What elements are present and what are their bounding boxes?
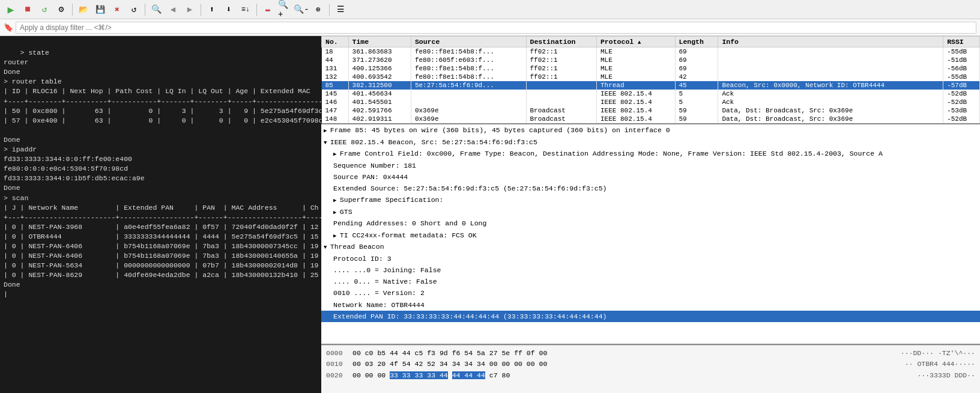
restart-capture-button[interactable]: ↺ — [37, 2, 52, 17]
open-file-button[interactable]: 📂 — [76, 2, 91, 17]
table-row[interactable]: 131400.125366fe80::f8e1:54b8:f...ff02::1… — [322, 64, 980, 73]
main-content: > state router Done > router table | ID … — [0, 36, 980, 393]
autoscroll-button[interactable]: ≡↓ — [238, 2, 253, 17]
detail-item[interactable]: GTS — [321, 206, 980, 218]
hex-bytes: 00 00 00 33 33 33 33 44 44 44 44 c7 80 — [352, 370, 912, 381]
wireshark-panel: No. Time Source Destination Protocol ▲ L… — [321, 36, 980, 393]
detail-item[interactable]: Extended Source: 5e:27:5a:54:f6:9d:f3:c5… — [321, 183, 980, 194]
detail-item[interactable]: IEEE 802.15.4 Beacon, Src: 5e:27:5a:54:f… — [321, 136, 980, 148]
toolbar-sep-3 — [201, 4, 201, 16]
hex-ascii: ·· OTBR4 444····· — [905, 359, 975, 370]
detail-item[interactable]: Superframe Specification: — [321, 194, 980, 206]
detail-item[interactable]: Source PAN: 0x4444 — [321, 171, 980, 183]
toolbar-sep-2 — [145, 4, 145, 16]
toolbar-sep-1 — [72, 4, 73, 16]
selected-detail-item[interactable]: Extended PAN ID: 33:33:33:33:44:44:44:44… — [321, 311, 980, 322]
table-row[interactable]: 44371.273620fe80::605f:e603:f...ff02::1M… — [322, 56, 980, 64]
hex-offset: 0020 — [326, 370, 348, 381]
capture-options-button[interactable]: ⚙ — [54, 2, 68, 17]
hex-row: 002000 00 00 33 33 33 33 44 44 44 44 c7 … — [326, 370, 975, 381]
start-capture-button[interactable]: ▶ — [4, 2, 18, 17]
scroll-up-button[interactable]: ⬆ — [205, 2, 219, 17]
detail-item[interactable]: .... ...0 = Joining: False — [321, 264, 980, 276]
terminal-content: > state router Done > router table | ID … — [4, 49, 321, 298]
toolbar: ▶ ■ ↺ ⚙ 📂 💾 ✖ ↺ 🔍 ◀ ▶ ⬆ ⬇ ≡↓ ▬ 🔍+ 🔍- ⊕ ☰ — [0, 0, 980, 19]
col-no[interactable]: No. — [322, 37, 349, 47]
save-file-button[interactable]: 💾 — [93, 2, 107, 17]
detail-item[interactable]: Thread Beacon — [321, 241, 980, 253]
hex-bytes: 00 03 20 4f 54 42 52 34 34 34 34 00 00 0… — [352, 359, 900, 370]
zoom-in-button[interactable]: 🔍+ — [277, 2, 292, 17]
table-row[interactable]: 148402.9193110x369eBroadcastIEEE 802.15.… — [322, 115, 980, 123]
detail-item[interactable]: Sequence Number: 181 — [321, 160, 980, 171]
packet-detail[interactable]: Frame 85: 45 bytes on wire (360 bits), 4… — [321, 124, 980, 345]
col-destination[interactable]: Destination — [526, 37, 596, 47]
hex-row: 000000 c0 b5 44 44 c5 f3 9d f6 54 5a 27 … — [326, 348, 975, 359]
hex-highlight: 44 44 44 — [452, 371, 485, 379]
col-source[interactable]: Source — [411, 37, 526, 47]
go-back-button[interactable]: ◀ — [166, 2, 180, 17]
colorize-button[interactable]: ▬ — [261, 2, 275, 17]
zoom-reset-button[interactable]: ⊕ — [311, 2, 325, 17]
toolbar-sep-5 — [329, 4, 330, 16]
col-rssi[interactable]: RSSI — [943, 37, 980, 47]
terminal-panel[interactable]: > state router Done > router table | ID … — [0, 36, 321, 393]
scroll-down-button[interactable]: ⬇ — [222, 2, 236, 17]
table-row[interactable]: 147402.5917660x369eBroadcastIEEE 802.15.… — [322, 106, 980, 115]
hex-highlight: 33 33 33 33 44 — [390, 371, 448, 379]
table-row[interactable]: 85382.3125005e:27:5a:54:f6:9d...Thread45… — [322, 81, 980, 90]
detail-item[interactable]: TI CC24xx-format metadata: FCS OK — [321, 230, 980, 242]
packet-tbody: 18361.863683fe80::f8e1:54b8:f...ff02::1M… — [322, 47, 980, 124]
stop-capture-button[interactable]: ■ — [20, 2, 35, 17]
hex-row: 001000 03 20 4f 54 42 52 34 34 34 34 00 … — [326, 359, 975, 370]
col-length[interactable]: Length — [675, 37, 718, 47]
hex-ascii: ···3333D DDD·· — [917, 370, 975, 381]
reload-button[interactable]: ↺ — [127, 2, 141, 17]
go-forward-button[interactable]: ▶ — [183, 2, 197, 17]
hex-dump: 000000 c0 b5 44 44 c5 f3 9d f6 54 5a 27 … — [321, 345, 980, 393]
table-row[interactable]: 132400.693542fe80::f8e1:54b8:f...ff02::1… — [322, 73, 980, 81]
table-row[interactable]: 18361.863683fe80::f8e1:54b8:f...ff02::1M… — [322, 47, 980, 56]
layout-button[interactable]: ☰ — [333, 2, 348, 17]
hex-offset: 0010 — [326, 359, 348, 370]
filter-bar: 🔖 — [0, 19, 980, 36]
packet-table: No. Time Source Destination Protocol ▲ L… — [321, 36, 980, 123]
col-protocol[interactable]: Protocol ▲ — [596, 37, 675, 47]
detail-item[interactable]: Network Name: OTBR4444 — [321, 299, 980, 311]
hex-offset: 0000 — [326, 348, 348, 359]
close-capture-button[interactable]: ✖ — [110, 2, 124, 17]
table-row[interactable]: 145401.456634IEEE 802.15.45Ack-52dB — [322, 90, 980, 98]
hex-bytes: 00 c0 b5 44 44 c5 f3 9d f6 54 5a 27 5e f… — [352, 348, 896, 359]
table-row[interactable]: 146401.545501IEEE 802.15.45Ack-52dB — [322, 98, 980, 106]
hex-ascii: ···DD··· ·TZ'\^··· — [901, 348, 975, 359]
detail-item[interactable]: .... 0... = Native: False — [321, 276, 980, 287]
detail-item[interactable]: Frame 85: 45 bytes on wire (360 bits), 4… — [321, 124, 980, 136]
col-info[interactable]: Info — [718, 37, 943, 47]
packet-list[interactable]: No. Time Source Destination Protocol ▲ L… — [321, 36, 980, 124]
toolbar-sep-4 — [256, 4, 257, 16]
filter-input[interactable] — [16, 22, 976, 34]
detail-item[interactable]: Protocol ID: 3 — [321, 253, 980, 264]
packet-table-header: No. Time Source Destination Protocol ▲ L… — [322, 37, 980, 47]
find-packet-button[interactable]: 🔍 — [149, 2, 163, 17]
zoom-out-button[interactable]: 🔍- — [294, 2, 309, 17]
col-time[interactable]: Time — [348, 37, 411, 47]
detail-item[interactable]: Frame Control Field: 0xc000, Frame Type:… — [321, 148, 980, 160]
filter-bookmark-icon: 🔖 — [4, 23, 13, 32]
detail-item[interactable]: Pending Addresses: 0 Short and 0 Long — [321, 218, 980, 229]
detail-item[interactable]: 0010 .... = Version: 2 — [321, 287, 980, 299]
